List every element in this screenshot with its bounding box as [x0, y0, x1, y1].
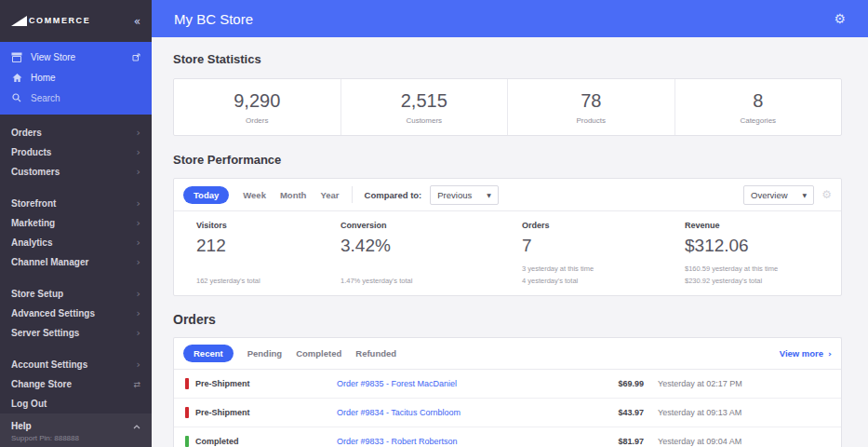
help-toggle[interactable]: Help [11, 421, 140, 431]
view-more-link[interactable]: View more › [780, 348, 832, 359]
stat-customers[interactable]: 2,515 Customers [341, 79, 509, 135]
stat-label: Customers [406, 116, 442, 125]
collapse-sidebar-icon[interactable]: « [134, 15, 140, 28]
order-row: Completed Order #9833 - Robert Robertson… [174, 427, 841, 447]
sidebar-quick-panel: View Store Home Search [0, 42, 152, 115]
vertical-divider [352, 186, 353, 203]
tab-completed[interactable]: Completed [296, 348, 341, 359]
sidebar-menu: Orders › Products › Customers › Storefro… [0, 115, 152, 413]
tab-today[interactable]: Today [183, 186, 229, 204]
chevron-right-icon: › [828, 348, 832, 359]
bigcommerce-logo: COMMERCE [11, 16, 90, 26]
order-link[interactable]: Order #9835 - Forest MacDaniel [337, 379, 571, 388]
chevron-right-icon: › [137, 146, 140, 158]
help-panel[interactable]: Help Support Pin: 888888 [0, 413, 152, 447]
order-link[interactable]: Order #9833 - Robert Robertson [337, 437, 571, 446]
store-statistics-title: Store Statistics [173, 52, 842, 67]
order-timestamp: Yesterday at 09:13 AM [644, 408, 830, 417]
store-statistics-card: 9,290 Orders 2,515 Customers 78 Products… [173, 78, 842, 136]
home-icon [11, 73, 22, 83]
order-status-indicator [185, 378, 189, 389]
sidebar-item-home[interactable]: Home [0, 67, 152, 88]
orders-card: Recent Pending Completed Refunded View m… [173, 337, 842, 447]
order-price: $69.99 [571, 379, 644, 388]
stat-orders[interactable]: 9,290 Orders [174, 79, 341, 135]
store-performance-card: Today Week Month Year Compared to: Previ… [173, 178, 842, 296]
metric-label: Revenue [685, 221, 841, 230]
store-title: My BC Store [174, 11, 253, 27]
sidebar-item-account-settings[interactable]: Account Settings › [0, 355, 152, 374]
sidebar-item-label: Account Settings [11, 359, 87, 370]
sidebar-item-label: Customers [11, 167, 60, 177]
stat-products[interactable]: 78 Products [508, 79, 675, 135]
sidebar-item-store-setup[interactable]: Store Setup › [0, 284, 152, 304]
stat-categories[interactable]: 8 Categories [675, 79, 842, 135]
compared-to-label: Compared to: [365, 190, 422, 200]
sidebar-item-customers[interactable]: Customers › [0, 162, 152, 182]
sidebar-item-label: Home [31, 73, 56, 83]
sidebar-item-search[interactable]: Search [0, 88, 152, 108]
tab-refunded[interactable]: Refunded [355, 348, 396, 359]
sidebar-item-marketing[interactable]: Marketing › [0, 213, 152, 233]
main-content: Store Statistics 9,290 Orders 2,515 Cust… [152, 37, 868, 447]
sidebar-item-log-out[interactable]: Log Out [0, 394, 152, 413]
metric-sub-total: 1.47% yesterday's total [341, 277, 412, 285]
store-performance-title: Store Performance [173, 153, 842, 168]
performance-settings-gear-icon[interactable]: ⚙ [821, 189, 832, 200]
sidebar-item-label: Change Store [11, 379, 72, 389]
compared-to-select[interactable]: Previous ▼ [430, 185, 499, 205]
order-status: Pre-Shipment [185, 378, 337, 389]
logo-bar: COMMERCE « [0, 0, 152, 42]
order-status-indicator [185, 407, 189, 418]
order-status: Completed [185, 436, 337, 447]
sidebar-item-label: Products [11, 147, 51, 157]
sidebar-item-label: Analytics [11, 237, 52, 248]
sidebar-item-label: Orders [11, 128, 42, 138]
tab-year[interactable]: Year [320, 190, 339, 200]
stat-label: Products [576, 116, 606, 125]
metric-label: Visitors [196, 221, 341, 230]
chevron-right-icon: › [137, 288, 140, 300]
caret-down-icon: ▼ [487, 192, 491, 198]
support-pin: Support Pin: 888888 [11, 434, 140, 442]
compared-to-value: Previous [437, 190, 472, 200]
menu-divider-gap [0, 343, 152, 355]
metric-sub-total: 162 yesterday's total [196, 277, 260, 285]
sidebar-item-analytics[interactable]: Analytics › [0, 233, 152, 252]
external-link-icon [132, 53, 140, 61]
order-timestamp: Yesterday at 09:04 AM [644, 437, 830, 446]
orders-section-title: Orders [173, 311, 842, 328]
overview-select[interactable]: Overview ▼ [743, 185, 814, 205]
chevron-right-icon: › [137, 307, 140, 319]
stat-label: Categories [740, 116, 776, 125]
order-row: Pre-Shipment Order #9834 - Tacitus Cornb… [174, 399, 841, 427]
sidebar-item-server-settings[interactable]: Server Settings › [0, 323, 152, 343]
tab-month[interactable]: Month [280, 190, 307, 200]
metric-label: Orders [522, 221, 685, 230]
orders-tabs: Recent Pending Completed Refunded View m… [174, 338, 841, 370]
sidebar-item-label: Log Out [11, 399, 47, 409]
metric-orders: Orders 7 3 yesterday at this time 4 yest… [522, 221, 685, 286]
sidebar-item-storefront[interactable]: Storefront › [0, 194, 152, 213]
sidebar-item-orders[interactable]: Orders › [0, 123, 152, 142]
tab-recent[interactable]: Recent [183, 345, 234, 362]
settings-gear-icon[interactable]: ⚙ [834, 12, 846, 25]
chevron-right-icon: › [137, 127, 140, 139]
sidebar-item-channel-manager[interactable]: Channel Manager › [0, 252, 152, 272]
storefront-icon [11, 52, 22, 62]
sidebar-item-view-store[interactable]: View Store [0, 47, 152, 67]
sidebar-item-products[interactable]: Products › [0, 142, 152, 162]
sidebar-item-label: Search [31, 93, 60, 103]
metric-conversion: Conversion 3.42% 1.47% yesterday's total [341, 221, 522, 286]
sidebar-item-change-store[interactable]: Change Store ⇄ [0, 374, 152, 394]
order-link[interactable]: Order #9834 - Tacitus Cornbloom [337, 408, 571, 417]
stat-value: 78 [581, 90, 601, 112]
chevron-right-icon: › [137, 256, 140, 268]
order-timestamp: Yesterday at 02:17 PM [644, 379, 830, 388]
metric-visitors: Visitors 212 162 yesterday's total [196, 221, 341, 286]
tab-week[interactable]: Week [243, 190, 266, 200]
tab-pending[interactable]: Pending [247, 348, 282, 359]
metric-sub-now: 3 yesterday at this time [522, 264, 594, 273]
chevron-right-icon: › [137, 327, 140, 339]
sidebar-item-advanced-settings[interactable]: Advanced Settings › [0, 304, 152, 323]
